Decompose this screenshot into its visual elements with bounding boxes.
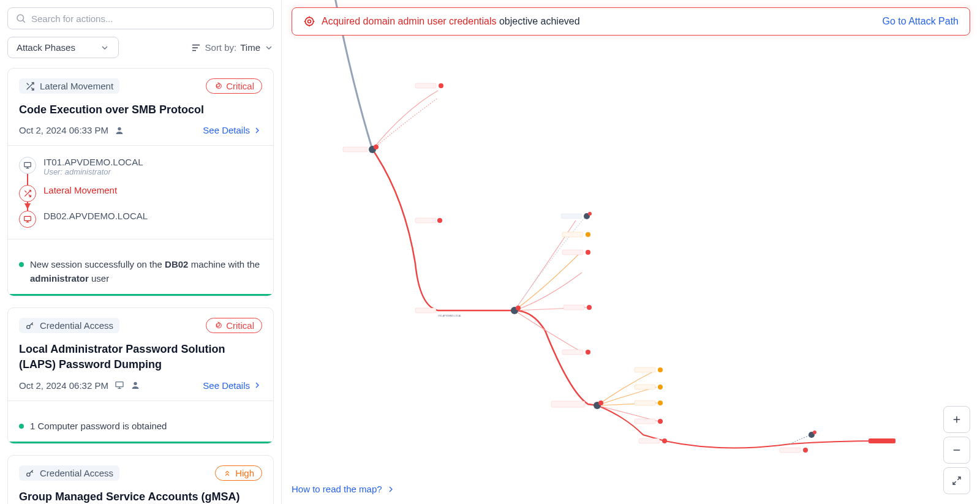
svg-rect-56: [415, 308, 436, 313]
graph-node[interactable]: [439, 83, 443, 88]
filter-row: Attack Phases Sort by: Time: [7, 37, 274, 58]
graph-canvas[interactable]: IT01.APVDEMO.LOCAL: [282, 0, 980, 504]
graph-label: [415, 308, 436, 313]
graph-node[interactable]: [584, 212, 592, 219]
key-icon: [25, 468, 35, 478]
svg-rect-66: [635, 419, 655, 424]
search-input[interactable]: [31, 13, 266, 24]
svg-point-71: [308, 20, 311, 23]
graph-node[interactable]: [586, 250, 590, 255]
computer-icon: [19, 211, 36, 228]
fullscreen-button[interactable]: [943, 467, 970, 494]
expand-icon: [952, 476, 962, 486]
svg-point-47: [658, 419, 663, 424]
see-details-link[interactable]: See Details: [203, 125, 262, 135]
graph-label: [562, 232, 583, 237]
svg-point-51: [803, 448, 808, 453]
user-icon: [115, 126, 124, 135]
graph-node[interactable]: [369, 145, 379, 153]
flow-action: Lateral Movement: [43, 185, 262, 195]
go-to-attack-path-link[interactable]: Go to Attack Path: [882, 16, 959, 27]
graph-label: [635, 401, 655, 405]
chevron-right-icon: [386, 484, 396, 494]
svg-point-46: [658, 401, 663, 405]
svg-rect-22: [116, 382, 123, 387]
action-card: Credential Access High Group Managed Ser…: [7, 455, 274, 504]
severity-label: High: [235, 468, 254, 478]
attack-map[interactable]: IT01.APVDEMO.LOCAL Acquired domain admin…: [282, 0, 980, 504]
search-box[interactable]: [7, 7, 274, 29]
svg-rect-9: [24, 163, 31, 167]
search-icon: [15, 13, 26, 24]
card-title: Code Execution over SMB Protocol: [19, 102, 262, 118]
svg-point-44: [658, 367, 663, 372]
svg-point-40: [587, 305, 592, 310]
graph-label: [562, 250, 583, 255]
banner-message-primary: Acquired domain admin user credentials: [322, 16, 496, 26]
svg-rect-61: [562, 350, 583, 355]
sort-select[interactable]: Sort by: Time: [190, 42, 274, 53]
zoom-in-button[interactable]: [943, 406, 970, 433]
graph-node[interactable]: [586, 350, 590, 355]
graph-node[interactable]: [658, 385, 663, 389]
graph-label: [639, 438, 660, 443]
sort-value: Time: [240, 42, 260, 53]
graph-label: [551, 401, 585, 407]
shuffle-icon: [25, 81, 35, 91]
see-details-link[interactable]: See Details: [203, 380, 262, 391]
computer-icon: [115, 380, 124, 390]
status-row: 1 Computer password is obtained: [19, 411, 262, 442]
computer-icon: [19, 157, 36, 174]
status-text: 1 Computer password is obtained: [30, 419, 167, 434]
svg-point-0: [17, 15, 24, 21]
graph-node[interactable]: [586, 232, 590, 237]
svg-point-35: [516, 306, 521, 310]
zoom-out-button[interactable]: [943, 437, 970, 464]
graph-node[interactable]: [658, 367, 663, 372]
user-icon: [130, 380, 140, 390]
svg-marker-15: [24, 203, 31, 209]
card-title: Local Administrator Password Solution (L…: [19, 342, 262, 372]
status-dot-icon: [19, 262, 24, 267]
severity-pill: Critical: [206, 318, 262, 333]
graph-label: [780, 448, 801, 453]
svg-point-48: [662, 438, 667, 443]
key-icon: [25, 321, 35, 331]
svg-line-7: [27, 83, 29, 85]
severity-label: Critical: [226, 81, 254, 91]
how-to-read-link[interactable]: How to read the map?: [292, 484, 396, 494]
svg-rect-69: [869, 438, 895, 443]
phase-select[interactable]: Attack Phases: [7, 37, 119, 58]
graph-node[interactable]: [437, 218, 442, 223]
host-label: IT01.APVDEMO.LOCAL: [438, 315, 461, 317]
action-card: Credential Access Critical Local Adminis…: [7, 307, 274, 444]
svg-point-50: [813, 431, 816, 434]
svg-rect-67: [639, 438, 660, 443]
banner-message-secondary: objective achieved: [499, 16, 580, 26]
svg-line-14: [24, 191, 26, 193]
graph-node[interactable]: [662, 438, 667, 443]
severity-label: Critical: [226, 320, 254, 331]
objective-banner: Acquired domain admin user credentials o…: [292, 7, 970, 36]
svg-point-31: [439, 83, 443, 88]
graph-label: [415, 218, 436, 223]
svg-point-43: [598, 401, 603, 405]
flow-source: IT01.APVDEMO.LOCAL: [43, 157, 262, 167]
chevron-down-icon: [264, 43, 274, 53]
flow-target: DB02.APVDEMO.LOCAL: [43, 211, 262, 221]
action-card: Lateral Movement Critical Code Execution…: [7, 68, 274, 296]
chevron-right-icon: [252, 126, 262, 135]
graph-node[interactable]: [803, 448, 808, 453]
svg-rect-53: [343, 147, 368, 152]
graph-label: [635, 385, 655, 389]
phase-tag-label: Lateral Movement: [40, 81, 113, 91]
flow-diagram: IT01.APVDEMO.LOCAL User: administrator L…: [19, 156, 262, 229]
svg-line-28: [32, 471, 33, 472]
graph-node[interactable]: [511, 306, 521, 314]
graph-node[interactable]: [658, 419, 663, 424]
graph-node[interactable]: [809, 431, 816, 438]
graph-node[interactable]: [658, 401, 663, 405]
graph-node[interactable]: [587, 305, 592, 310]
shuffle-icon: [19, 185, 36, 202]
sidebar: Attack Phases Sort by: Time Lateral Move…: [0, 0, 282, 504]
